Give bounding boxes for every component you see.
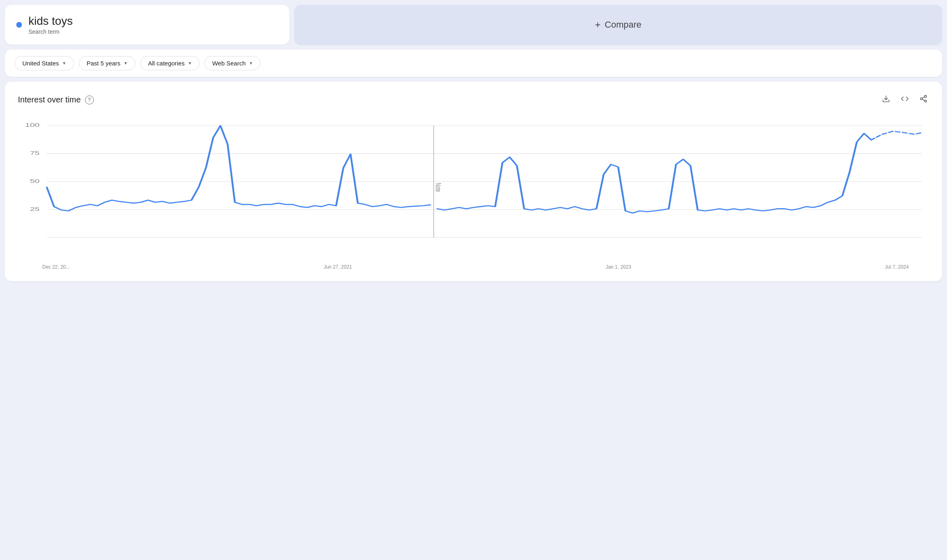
search-term-dot — [16, 22, 22, 28]
category-chevron-icon: ▼ — [188, 61, 192, 65]
svg-line-4 — [922, 99, 925, 100]
chart-area: 100 75 50 25 Note — [18, 116, 929, 263]
time-filter[interactable]: Past 5 years ▼ — [79, 56, 135, 70]
interest-over-time-card: Interest over time ? — [5, 82, 942, 281]
trend-line-after-note — [437, 133, 871, 213]
help-icon[interactable]: ? — [85, 96, 94, 104]
x-label-2021: Jun 27, 2021 — [324, 264, 352, 270]
time-label: Past 5 years — [87, 60, 120, 67]
x-label-2024: Jul 7, 2024 — [885, 264, 909, 270]
svg-line-5 — [922, 97, 925, 98]
search-term-name: kids toys — [28, 15, 73, 28]
location-filter[interactable]: United States ▼ — [15, 56, 74, 70]
time-chevron-icon: ▼ — [124, 61, 128, 65]
svg-point-3 — [925, 100, 927, 102]
search-type-label: Web Search — [212, 60, 245, 67]
y-label-75: 75 — [30, 150, 40, 156]
download-button[interactable] — [880, 93, 892, 106]
svg-point-2 — [921, 98, 923, 100]
chart-title: Interest over time — [18, 95, 81, 104]
compare-label: Compare — [605, 20, 641, 30]
y-label-25: 25 — [30, 206, 40, 212]
trend-line-dashed — [871, 131, 922, 140]
location-label: United States — [22, 60, 59, 67]
y-label-100: 100 — [25, 122, 40, 128]
category-filter[interactable]: All categories ▼ — [140, 56, 200, 70]
note-label: Note — [434, 183, 442, 192]
search-type-filter[interactable]: Web Search ▼ — [204, 56, 261, 70]
x-label-start: Dec 22, 20... — [42, 264, 70, 270]
compare-plus-icon: + — [595, 19, 601, 30]
filters-bar: United States ▼ Past 5 years ▼ All categ… — [5, 50, 942, 77]
compare-button[interactable]: + Compare — [294, 5, 942, 45]
y-label-50: 50 — [30, 178, 40, 184]
share-button[interactable] — [918, 93, 929, 106]
svg-point-1 — [925, 96, 927, 98]
search-term-card: kids toys Search term — [5, 5, 289, 45]
x-label-2023: Jan 1, 2023 — [606, 264, 631, 270]
search-term-type: Search term — [28, 28, 73, 35]
search-type-chevron-icon: ▼ — [249, 61, 253, 65]
trend-line — [47, 126, 430, 211]
category-label: All categories — [148, 60, 185, 67]
embed-button[interactable] — [899, 93, 910, 106]
location-chevron-icon: ▼ — [62, 61, 66, 65]
